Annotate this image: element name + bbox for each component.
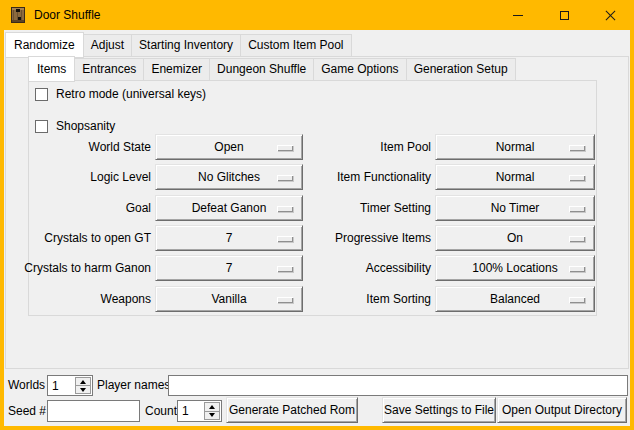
goal-dropdown[interactable]: Defeat Ganon — [155, 195, 303, 221]
minimize-button[interactable] — [495, 0, 541, 30]
dropdown-indicator-icon — [569, 236, 585, 242]
crystals-harm-ganon-label: Crystals to harm Ganon — [9, 255, 151, 281]
count-label: Count — [145, 401, 177, 422]
tab-items[interactable]: Items — [28, 56, 75, 82]
item-sorting-label: Item Sorting — [283, 286, 431, 312]
progressive-items-label: Progressive Items — [283, 225, 431, 251]
shopsanity-label: Shopsanity — [56, 119, 115, 133]
maximize-button[interactable] — [541, 0, 587, 30]
option-row: Crystals to harm Ganon 7 Accessibility 1… — [29, 255, 598, 281]
seed-label: Seed # — [8, 401, 46, 422]
generate-patched-rom-button[interactable]: Generate Patched Rom — [226, 397, 358, 423]
count-up-button[interactable] — [204, 402, 220, 412]
tab-generation-setup[interactable]: Generation Setup — [406, 58, 516, 81]
item-functionality-dropdown[interactable]: Normal — [435, 164, 595, 190]
item-pool-dropdown[interactable]: Normal — [435, 134, 595, 160]
goal-label: Goal — [9, 195, 151, 221]
worlds-label: Worlds — [8, 375, 45, 396]
dropdown-indicator-icon — [569, 175, 585, 181]
count-down-button[interactable] — [204, 412, 220, 421]
up-arrow-icon — [80, 380, 86, 384]
item-pool-label: Item Pool — [283, 134, 431, 160]
crystals-open-gt-label: Crystals to open GT — [9, 225, 151, 251]
door-icon — [10, 7, 26, 23]
player-names-label: Player names — [97, 375, 170, 396]
tab-enemizer[interactable]: Enemizer — [143, 58, 210, 81]
timer-setting-dropdown[interactable]: No Timer — [435, 195, 595, 221]
worlds-spinner — [75, 377, 91, 394]
window-title: Door Shuffle — [34, 0, 101, 30]
world-state-label: World State — [9, 134, 151, 160]
down-arrow-icon — [209, 413, 215, 417]
worlds-down-button[interactable] — [75, 386, 91, 394]
crystals-harm-ganon-dropdown[interactable]: 7 — [155, 255, 303, 281]
option-row: World State Open Item Pool Normal — [29, 134, 598, 160]
minimize-icon — [513, 15, 523, 16]
tab-entrances[interactable]: Entrances — [74, 58, 144, 81]
item-functionality-label: Item Functionality — [283, 164, 431, 190]
window-content: Randomize Adjust Starting Inventory Cust… — [4, 30, 630, 426]
option-row: Goal Defeat Ganon Timer Setting No Timer — [29, 195, 598, 221]
player-names-input[interactable] — [168, 375, 628, 396]
app-window: Door Shuffle Randomize Adjust Starting I… — [0, 0, 634, 430]
timer-setting-label: Timer Setting — [283, 195, 431, 221]
dropdown-indicator-icon — [569, 145, 585, 151]
count-spinner — [204, 402, 220, 420]
tab-game-options[interactable]: Game Options — [313, 58, 406, 81]
item-sorting-dropdown[interactable]: Balanced — [435, 286, 595, 312]
count-spinbox[interactable] — [177, 400, 222, 422]
accessibility-dropdown[interactable]: 100% Locations — [435, 255, 595, 281]
close-button[interactable] — [587, 0, 633, 30]
sub-tab-bar: Items Entrances Enemizer Dungeon Shuffle… — [28, 54, 515, 81]
crystals-open-gt-dropdown[interactable]: 7 — [155, 225, 303, 251]
retro-mode-label: Retro mode (universal keys) — [56, 87, 206, 101]
logic-level-label: Logic Level — [9, 164, 151, 190]
weapons-label: Weapons — [9, 286, 151, 312]
up-arrow-icon — [209, 405, 215, 409]
retro-mode-checkbox[interactable] — [35, 88, 48, 101]
logic-level-dropdown[interactable]: No Glitches — [155, 164, 303, 190]
weapons-dropdown[interactable]: Vanilla — [155, 286, 303, 312]
option-row: Weapons Vanilla Item Sorting Balanced — [29, 286, 598, 312]
titlebar[interactable]: Door Shuffle — [0, 0, 634, 30]
world-state-dropdown[interactable]: Open — [155, 134, 303, 160]
worlds-spinbox[interactable] — [47, 375, 93, 396]
accessibility-label: Accessibility — [283, 255, 431, 281]
close-icon — [604, 9, 617, 22]
open-output-directory-button[interactable]: Open Output Directory — [497, 397, 627, 423]
dropdown-indicator-icon — [569, 206, 585, 212]
progressive-items-dropdown[interactable]: On — [435, 225, 595, 251]
option-row: Logic Level No Glitches Item Functionali… — [29, 164, 598, 190]
worlds-up-button[interactable] — [75, 377, 91, 386]
dropdown-indicator-icon — [569, 266, 585, 272]
shopsanity-checkbox[interactable] — [35, 120, 48, 133]
save-settings-button[interactable]: Save Settings to File — [382, 397, 496, 423]
option-row: Crystals to open GT 7 Progressive Items … — [29, 225, 598, 251]
down-arrow-icon — [80, 388, 86, 392]
items-pane: Retro mode (universal keys) Shopsanity W… — [28, 80, 597, 316]
seed-input[interactable] — [47, 400, 140, 422]
dropdown-indicator-icon — [569, 297, 585, 303]
shopsanity-row: Shopsanity — [35, 119, 115, 133]
retro-mode-row: Retro mode (universal keys) — [35, 87, 206, 101]
tab-dungeon-shuffle[interactable]: Dungeon Shuffle — [209, 58, 314, 81]
window-controls — [495, 0, 633, 30]
maximize-icon — [560, 11, 569, 20]
